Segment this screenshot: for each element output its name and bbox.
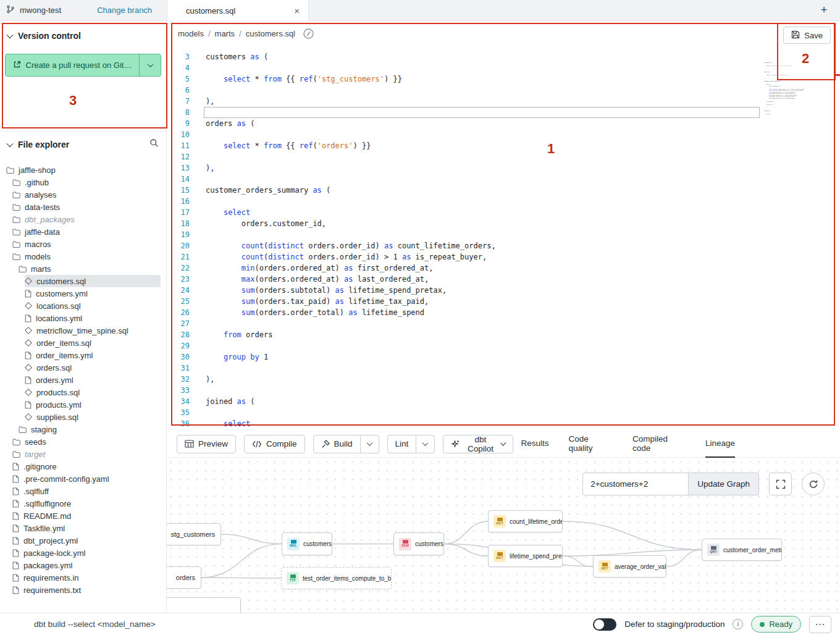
code-line-33[interactable]: 33 — [167, 385, 840, 396]
code-line-23[interactable]: 23 max(orders.ordered_at) as last_ordere… — [167, 274, 840, 285]
file-tree-item-order-items-yml[interactable]: order_items.yml — [25, 349, 161, 361]
code-area[interactable]: 3customers as (45 select * from {{ ref('… — [167, 46, 840, 431]
code-line-22[interactable]: 22 min(orders.ordered_at) as first_order… — [167, 263, 840, 274]
lineage-node-lifetime-spend-pretax[interactable]: METlifetime_spend_pretax — [488, 545, 563, 567]
file-tree-item-models[interactable]: models — [12, 250, 161, 263]
code-line-13[interactable]: 13), — [167, 162, 840, 174]
file-tree-item-products-sql[interactable]: products.sql — [25, 386, 161, 398]
breadcrumb-segment[interactable]: marts — [215, 29, 235, 38]
code-line-6[interactable]: 6 — [167, 85, 840, 96]
compile-button[interactable]: Compile — [244, 435, 305, 453]
file-tree-item-supplies-sql[interactable]: supplies.sql — [25, 411, 161, 423]
file-tree-item-locations-yml[interactable]: locations.yml — [25, 312, 161, 324]
lineage-node-average-order-value[interactable]: METaverage_order_value — [593, 555, 666, 578]
file-tree-item-products-yml[interactable]: products.yml — [25, 398, 161, 411]
file-tree-item-dbt-packages[interactable]: dbt_packages — [12, 213, 161, 225]
file-tree-item--github[interactable]: .github — [12, 176, 161, 188]
status-badge[interactable]: Ready — [751, 616, 801, 633]
code-line-10[interactable]: 10 — [167, 129, 840, 140]
code-line-3[interactable]: 3customers as ( — [167, 51, 840, 62]
lineage-node-test-order-items-compute-to-bools-[interactable]: TSTtest_order_items_compute_to_bools... — [281, 567, 392, 589]
file-tree-item-macros[interactable]: macros — [12, 238, 161, 250]
code-line-14[interactable]: 14 — [167, 174, 840, 185]
file-tree-item-order-items-sql[interactable]: order_items.sql — [25, 337, 161, 349]
create-pull-request-main[interactable]: Create a pull request on Git… — [6, 54, 139, 76]
new-tab-button[interactable]: + — [817, 2, 831, 17]
preview-button[interactable]: Preview — [177, 435, 236, 453]
lineage-filter-input[interactable] — [582, 473, 689, 495]
file-tree-item--pre-commit-config-yaml[interactable]: .pre-commit-config.yaml — [12, 473, 161, 485]
lineage-node-stg-customers[interactable]: stg_customers — [167, 523, 221, 545]
more-options-button[interactable]: ⋯ — [809, 616, 831, 633]
code-line-18[interactable]: 18 orders.customer_id, — [167, 218, 840, 229]
fullscreen-button[interactable] — [769, 473, 792, 495]
code-line-26[interactable]: 26 sum(orders.order_total) as lifetime_s… — [167, 307, 840, 318]
code-line-16[interactable]: 16 — [167, 196, 840, 207]
file-tree-item-seeds[interactable]: seeds — [12, 435, 161, 448]
file-tree-item-data-tests[interactable]: data-tests — [12, 201, 161, 213]
breadcrumb-segment[interactable]: customers.sql — [246, 29, 295, 38]
save-button[interactable]: Save — [783, 27, 831, 44]
file-tree-item-jaffle-shop[interactable]: jaffle-shop — [6, 164, 161, 176]
code-line-9[interactable]: 9orders as ( — [167, 118, 840, 129]
file-tree-item-orders-yml[interactable]: orders.yml — [25, 374, 161, 386]
lint-dropdown[interactable] — [416, 435, 435, 453]
defer-toggle[interactable] — [593, 618, 616, 631]
build-button[interactable]: Build — [313, 435, 361, 453]
file-tree-item--sqlfluff[interactable]: .sqlfluff — [12, 485, 161, 497]
code-line-27[interactable]: 27 — [167, 318, 840, 329]
code-line-12[interactable]: 12 — [167, 151, 840, 162]
code-line-34[interactable]: 34joined as ( — [167, 396, 840, 407]
code-line-4[interactable]: 4 — [167, 62, 840, 74]
code-line-20[interactable]: 20 count(distinct orders.order_id) as co… — [167, 240, 840, 251]
lineage-node-orders[interactable]: orders — [167, 566, 201, 589]
code-line-21[interactable]: 21 count(distinct orders.order_id) > 1 a… — [167, 251, 840, 263]
build-dropdown[interactable] — [361, 435, 379, 453]
file-tree-item-orders-sql[interactable]: orders.sql — [25, 361, 161, 374]
tab-customers-sql[interactable]: customers.sql × — [167, 0, 309, 21]
code-line-36[interactable]: 36 select — [167, 418, 840, 429]
lineage-node-customers[interactable]: MDLcustomers — [282, 532, 332, 555]
tab-results[interactable]: Results — [521, 431, 549, 458]
lineage-node-customers[interactable]: SEMcustomers — [393, 532, 444, 555]
code-line-15[interactable]: 15customer_orders_summary as ( — [167, 185, 840, 196]
file-tree-item-customers-sql[interactable]: customers.sql — [25, 275, 161, 287]
change-branch-link[interactable]: Change branch — [97, 6, 152, 15]
code-line-30[interactable]: 30 group by 1 — [167, 351, 840, 363]
file-tree-item-metricflow-time-spine-sql[interactable]: metricflow_time_spine.sql — [25, 324, 161, 337]
file-tree-item-dbt-project-yml[interactable]: dbt_project.yml — [12, 534, 161, 547]
code-line-31[interactable]: 31 — [167, 363, 840, 374]
file-tree-item-requirements-in[interactable]: requirements.in — [12, 571, 161, 584]
refresh-button[interactable] — [802, 473, 825, 495]
file-tree-item-packages-yml[interactable]: packages.yml — [12, 559, 161, 571]
file-tree-item-target[interactable]: target — [12, 448, 161, 460]
file-tree-item-customers-yml[interactable]: customers.yml — [25, 287, 161, 300]
minimap[interactable]: customers as ( select * from {{ ref('stg… — [764, 62, 812, 185]
file-tree-item-staging[interactable]: staging — [19, 423, 161, 435]
file-tree-item--gitignore[interactable]: .gitignore — [12, 460, 161, 473]
file-tree-item-analyses[interactable]: analyses — [12, 188, 161, 201]
update-graph-button[interactable]: Update Graph — [689, 473, 759, 495]
file-tree-item-taskfile-yml[interactable]: Taskfile.yml — [12, 522, 161, 534]
lineage-node-customer-order-metrics[interactable]: QRYcustomer_order_metrics — [702, 539, 782, 561]
dbt-copilot-button[interactable]: dbt Copilot — [443, 435, 513, 453]
code-line-32[interactable]: 32), — [167, 374, 840, 385]
code-line-29[interactable]: 29 — [167, 340, 840, 351]
code-line-35[interactable]: 35 — [167, 407, 840, 418]
close-icon[interactable]: × — [294, 6, 300, 16]
create-pull-request-button[interactable]: Create a pull request on Git… — [5, 54, 161, 77]
tab-lineage[interactable]: Lineage — [705, 431, 735, 458]
tab-compiled-code[interactable]: Compiled code — [632, 431, 686, 458]
file-explorer-toggle[interactable]: File explorer — [7, 140, 149, 149]
file-tree-item-locations-sql[interactable]: locations.sql — [25, 300, 161, 312]
tab-code-quality[interactable]: Code quality — [569, 431, 613, 458]
circle-slash-icon[interactable] — [303, 28, 314, 40]
code-line-8[interactable]: 8 — [167, 107, 840, 118]
lineage-node-count-lifetime-orders[interactable]: METcount_lifetime_orders — [488, 510, 563, 532]
code-line-5[interactable]: 5 select * from {{ ref('stg_customers') … — [167, 74, 840, 85]
lineage-node-part[interactable] — [167, 597, 241, 613]
file-tree-item-readme-md[interactable]: README.md — [12, 510, 161, 522]
code-line-11[interactable]: 11 select * from {{ ref('orders') }} — [167, 140, 840, 151]
file-tree-item-marts[interactable]: marts — [19, 263, 161, 275]
lint-button[interactable]: Lint — [387, 435, 417, 453]
